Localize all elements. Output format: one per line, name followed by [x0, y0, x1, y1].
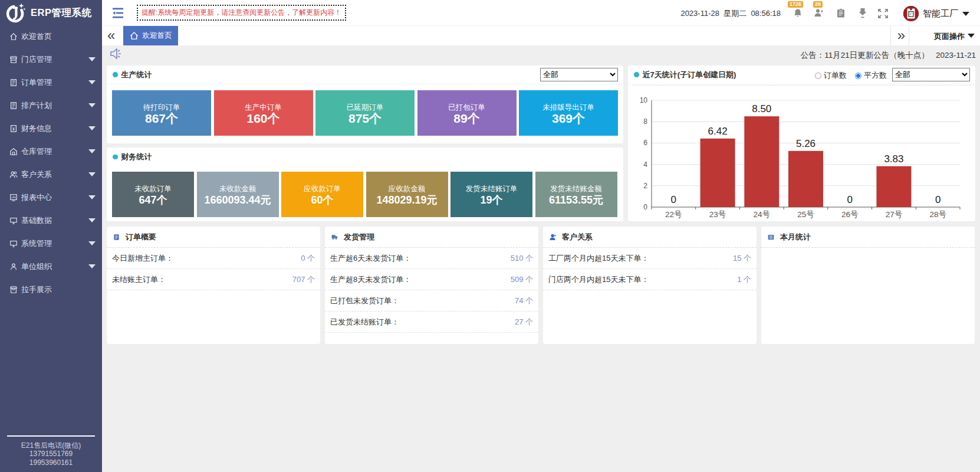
svg-text:23号: 23号 [709, 210, 726, 219]
svg-text:6.42: 6.42 [708, 126, 728, 137]
svg-text:26号: 26号 [841, 210, 859, 219]
svg-text:0: 0 [671, 194, 676, 205]
svg-text:0: 0 [847, 194, 852, 205]
svg-text:8: 8 [643, 117, 647, 126]
svg-text:25号: 25号 [797, 210, 814, 219]
svg-text:6: 6 [643, 139, 647, 147]
svg-text:28号: 28号 [929, 210, 946, 219]
svg-text:27号: 27号 [886, 210, 903, 219]
svg-text:4: 4 [643, 160, 647, 169]
svg-text:5.26: 5.26 [796, 138, 815, 149]
svg-text:0: 0 [643, 203, 647, 211]
svg-text:24号: 24号 [754, 210, 771, 219]
svg-text:2: 2 [643, 182, 647, 190]
svg-text:22号: 22号 [665, 210, 682, 219]
svg-text:3.83: 3.83 [884, 153, 903, 165]
svg-text:8.50: 8.50 [752, 103, 771, 114]
svg-text:10: 10 [640, 96, 648, 104]
svg-text:0: 0 [935, 194, 940, 205]
